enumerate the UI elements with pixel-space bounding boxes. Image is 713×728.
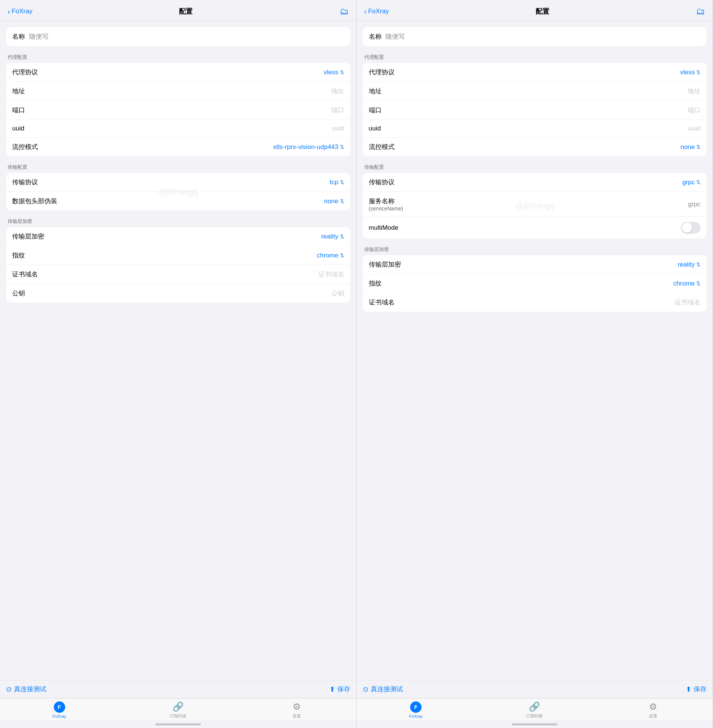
right-proxy-protocol-label: 代理协议 — [369, 68, 395, 77]
right-multimode-knob — [682, 223, 692, 233]
right-save-label: 保存 — [694, 685, 707, 693]
left-uuid-placeholder: uuid — [332, 125, 344, 132]
right-tls-encryption-row[interactable]: 传输层加密 reality ⇅ — [363, 255, 707, 274]
left-flow-row[interactable]: 流控模式 xtls-rprx-vision-udp443 ⇅ — [6, 138, 350, 156]
left-subscriptions-label: 订阅列表 — [170, 713, 186, 719]
right-cert-domain-placeholder: 证书域名 — [675, 298, 700, 307]
left-nav-bar: ‹ FoXray 配置 🗂 — [0, 0, 356, 21]
left-save-icon: ⬆ — [329, 685, 335, 693]
left-port-placeholder: 端口 — [331, 106, 344, 115]
left-content: 名称 随便写 代理配置 代理协议 vless ⇅ 地址 地址 端口 端口 uui… — [0, 21, 356, 680]
right-foxray-label: FoXray — [409, 714, 422, 719]
left-flow-label: 流控模式 — [12, 143, 38, 151]
left-cert-domain-row[interactable]: 证书域名 证书域名 — [6, 265, 350, 284]
right-folder-icon[interactable]: 🗂 — [696, 6, 705, 17]
left-address-label: 地址 — [12, 87, 25, 96]
left-proxy-protocol-value: vless ⇅ — [324, 69, 344, 76]
left-address-row[interactable]: 地址 地址 — [6, 82, 350, 101]
right-back-button[interactable]: ‹ FoXray — [364, 8, 389, 15]
left-foxray-label: FoXray — [53, 714, 66, 719]
left-flow-value: xtls-rprx-vision-udp443 ⇅ — [273, 143, 344, 151]
left-tls-encryption-row[interactable]: 传输层加密 reality ⇅ — [6, 227, 350, 246]
right-nav-bar: ‹ FoXray 配置 🗂 — [357, 0, 713, 21]
right-test-button[interactable]: ⊙ 真连接测试 — [363, 685, 403, 693]
right-save-button[interactable]: ⬆ 保存 — [686, 685, 707, 693]
right-flow-row[interactable]: 流控模式 none ⇅ — [363, 138, 707, 156]
right-home-indicator — [357, 720, 713, 728]
left-proxy-protocol-row[interactable]: 代理协议 vless ⇅ — [6, 63, 350, 82]
right-multimode-toggle[interactable] — [681, 222, 700, 234]
left-test-button[interactable]: ⊙ 真连接测试 — [6, 685, 46, 693]
left-test-icon: ⊙ — [6, 685, 12, 693]
right-name-field[interactable]: 名称 随便写 — [363, 27, 707, 46]
right-tls-card: 传输层加密 reality ⇅ 指纹 chrome ⇅ 证书域名 证书域名 — [363, 255, 707, 312]
left-proxy-section-label: 代理配置 — [6, 54, 350, 61]
right-multimode-row: multiMode — [363, 217, 707, 238]
right-content: 名称 随便写 代理配置 代理协议 vless ⇅ 地址 地址 端口 端口 uui… — [357, 21, 713, 680]
right-tab-subscriptions[interactable]: 🔗 订阅列表 — [475, 701, 594, 719]
right-cert-domain-label: 证书域名 — [369, 298, 395, 307]
right-back-label: FoXray — [368, 8, 389, 15]
left-header-row[interactable]: 数据包头部伪装 none ⇅ — [6, 192, 350, 210]
left-name-field[interactable]: 名称 随便写 — [6, 27, 350, 46]
left-pubkey-row[interactable]: 公钥 公钥 — [6, 284, 350, 303]
right-service-name-labels: 服务名称 (serviceName) — [369, 197, 403, 212]
left-header-value: none ⇅ — [324, 198, 344, 205]
left-name-label: 名称 — [12, 33, 25, 40]
right-service-name-row[interactable]: 服务名称 (serviceName) grpc — [363, 192, 707, 217]
right-service-name-value: grpc — [688, 201, 700, 208]
left-tls-encryption-value: reality ⇅ — [321, 233, 344, 240]
right-tls-encryption-label: 传输层加密 — [369, 260, 401, 269]
left-transport-protocol-row[interactable]: 传输协议 tcp ⇅ — [6, 173, 350, 192]
left-fingerprint-row[interactable]: 指纹 chrome ⇅ — [6, 246, 350, 265]
right-transport-protocol-label: 传输协议 — [369, 178, 395, 187]
right-proxy-protocol-row[interactable]: 代理协议 vless ⇅ — [363, 63, 707, 82]
left-tab-foxray[interactable]: F FoXray — [0, 701, 119, 719]
left-foxray-icon: F — [54, 701, 65, 713]
right-tab-foxray[interactable]: F FoXray — [357, 701, 475, 719]
right-flow-value: none ⇅ — [680, 143, 700, 151]
left-folder-icon[interactable]: 🗂 — [340, 6, 349, 17]
right-tls-section-label: 传输层加密 — [363, 246, 707, 253]
right-transport-protocol-row[interactable]: 传输协议 grpc ⇅ — [363, 173, 707, 192]
right-fingerprint-row[interactable]: 指纹 chrome ⇅ — [363, 274, 707, 293]
left-tab-settings[interactable]: ⚙ 设置 — [237, 701, 356, 719]
right-uuid-label: uuid — [369, 125, 381, 132]
right-address-row[interactable]: 地址 地址 — [363, 82, 707, 101]
right-port-label: 端口 — [369, 106, 382, 115]
left-home-indicator — [0, 720, 356, 728]
left-save-button[interactable]: ⬆ 保存 — [329, 685, 350, 693]
left-header-label: 数据包头部伪装 — [12, 197, 57, 206]
left-bottom-actions: ⊙ 真连接测试 ⬆ 保存 — [0, 680, 356, 698]
right-proxy-protocol-value: vless ⇅ — [680, 69, 700, 76]
left-uuid-label: uuid — [12, 125, 24, 132]
left-transport-section-label: 传输配置 — [6, 164, 350, 171]
right-cert-domain-row[interactable]: 证书域名 证书域名 — [363, 293, 707, 312]
left-cert-domain-label: 证书域名 — [12, 270, 38, 279]
right-subscriptions-icon: 🔗 — [529, 701, 540, 712]
right-port-row[interactable]: 端口 端口 — [363, 101, 707, 120]
right-multimode-label: multiMode — [369, 224, 398, 232]
right-panel: ‹ FoXray 配置 🗂 名称 随便写 代理配置 代理协议 vless ⇅ 地… — [357, 0, 713, 728]
left-port-row[interactable]: 端口 端口 — [6, 101, 350, 120]
left-tab-subscriptions[interactable]: 🔗 订阅列表 — [119, 701, 237, 719]
left-transport-protocol-value: tcp ⇅ — [330, 179, 344, 186]
left-back-button[interactable]: ‹ FoXray — [8, 8, 32, 15]
left-transport-card: @jichangtj 传输协议 tcp ⇅ 数据包头部伪装 none ⇅ — [6, 173, 350, 210]
right-settings-icon: ⚙ — [649, 701, 657, 712]
right-tab-settings[interactable]: ⚙ 设置 — [594, 701, 713, 719]
left-uuid-row[interactable]: uuid uuid — [6, 120, 350, 138]
right-home-bar — [512, 723, 557, 725]
right-name-value: 随便写 — [385, 33, 405, 40]
left-tls-card: 传输层加密 reality ⇅ 指纹 chrome ⇅ 证书域名 证书域名 公钥… — [6, 227, 350, 303]
right-save-icon: ⬆ — [686, 685, 691, 693]
right-back-chevron-icon: ‹ — [364, 8, 367, 15]
right-uuid-row[interactable]: uuid uuid — [363, 120, 707, 138]
right-nav-title: 配置 — [536, 7, 549, 16]
right-service-name-main-label: 服务名称 — [369, 197, 403, 206]
right-name-label: 名称 — [369, 33, 382, 40]
left-test-label: 真连接测试 — [14, 685, 46, 693]
left-proxy-protocol-label: 代理协议 — [12, 68, 38, 77]
right-test-icon: ⊙ — [363, 685, 368, 693]
left-fingerprint-label: 指纹 — [12, 251, 25, 260]
